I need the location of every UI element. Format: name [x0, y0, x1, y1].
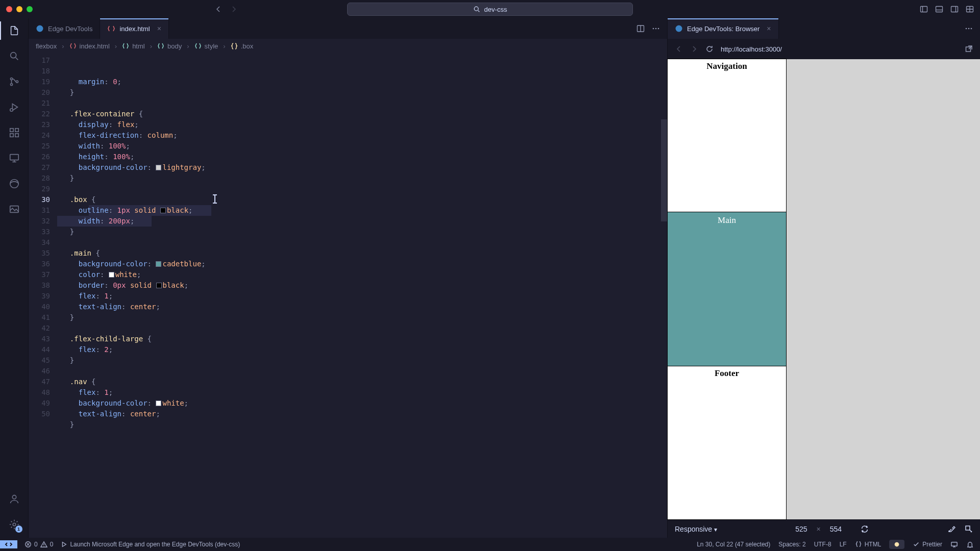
svg-rect-12	[15, 134, 18, 137]
activity-debug-icon[interactable]	[7, 100, 21, 114]
cursor-position[interactable]: Ln 30, Col 22 (47 selected)	[697, 541, 770, 548]
tab-label: Edge DevTools	[48, 25, 92, 33]
minimap-thumb[interactable]	[661, 119, 667, 221]
viewport-width[interactable]: 525	[795, 525, 807, 533]
preview-nav-box: Navigation	[668, 59, 786, 212]
tab-edge-devtools[interactable]: Edge DevTools	[29, 18, 100, 39]
tab-close-icon[interactable]: ×	[767, 24, 771, 33]
window-maximize-button[interactable]	[27, 6, 33, 12]
svg-point-6	[10, 78, 12, 80]
svg-rect-13	[15, 129, 18, 132]
svg-point-31	[895, 542, 899, 547]
svg-rect-11	[10, 134, 13, 137]
indentation-status[interactable]: Spaces: 2	[778, 541, 805, 548]
svg-rect-29	[966, 526, 970, 530]
command-center-search[interactable]: dev-css	[347, 3, 633, 16]
activity-search-icon[interactable]	[7, 49, 21, 63]
element-icon	[157, 42, 164, 49]
split-editor-icon[interactable]	[636, 24, 645, 33]
html-file-icon	[107, 24, 115, 33]
layout-panel-right-icon[interactable]	[950, 5, 959, 13]
layout-panel-bottom-icon[interactable]	[935, 5, 943, 13]
line-number-gutter: 1718192021222324252627282930313233343536…	[29, 53, 59, 538]
activity-edge-icon[interactable]	[7, 177, 21, 191]
code-editor[interactable]: 1718192021222324252627282930313233343536…	[29, 53, 667, 538]
go-live-icon[interactable]	[889, 540, 904, 549]
svg-rect-10	[10, 129, 13, 132]
launch-task[interactable]: Launch Microsoft Edge and open the Edge …	[60, 541, 240, 548]
svg-point-17	[12, 495, 16, 499]
open-external-icon[interactable]	[965, 45, 973, 53]
window-minimize-button[interactable]	[16, 6, 22, 12]
problems-indicator[interactable]: 0 0	[24, 541, 53, 548]
inspect-icon[interactable]	[965, 525, 973, 533]
breadcrumb[interactable]: flexbox › index.html › html › body › sty…	[29, 39, 667, 53]
svg-point-0	[474, 7, 478, 11]
svg-rect-2	[936, 7, 943, 12]
preview-main-box: Main	[668, 212, 786, 366]
activity-account-icon[interactable]	[7, 492, 21, 506]
edge-icon	[675, 24, 683, 33]
eyedropper-icon[interactable]	[947, 525, 955, 533]
activity-settings-icon[interactable]: 1	[7, 517, 21, 532]
svg-point-7	[10, 83, 12, 85]
window-controls	[0, 6, 33, 12]
activity-extensions-icon[interactable]	[7, 126, 21, 140]
svg-point-21	[653, 28, 654, 30]
prettier-status[interactable]: Prettier	[913, 541, 942, 548]
code-content[interactable]: margin: 0; } .flex-container { display: …	[59, 53, 667, 538]
svg-point-9	[10, 109, 13, 112]
svg-point-27	[971, 28, 972, 30]
more-actions-icon[interactable]	[965, 24, 973, 33]
browser-reload-icon[interactable]	[705, 45, 714, 53]
devtools-toolbar: http://localhost:3000/	[668, 39, 980, 59]
language-mode[interactable]: HTML	[855, 541, 881, 548]
element-icon	[122, 42, 129, 49]
debug-icon	[60, 541, 67, 548]
layout-panel-left-icon[interactable]	[920, 5, 928, 13]
status-bar: 0 0 Launch Microsoft Edge and open the E…	[0, 538, 980, 551]
check-icon	[913, 541, 920, 548]
tab-label: index.html	[119, 25, 150, 33]
browser-back-icon[interactable]	[675, 45, 683, 53]
layout-grid-icon[interactable]	[966, 5, 974, 13]
notifications-icon[interactable]	[966, 541, 974, 548]
error-icon	[24, 541, 32, 548]
devtools-status-bar: Responsive▾ 525 × 554	[668, 519, 980, 538]
nav-back-icon[interactable]	[214, 5, 223, 13]
browser-preview[interactable]: Navigation Main Footer	[668, 59, 980, 519]
activity-image-icon[interactable]	[7, 202, 21, 216]
feedback-icon[interactable]	[950, 541, 958, 548]
eol-status[interactable]: LF	[840, 541, 847, 548]
activity-explorer-icon[interactable]	[7, 23, 21, 38]
window-close-button[interactable]	[6, 6, 12, 12]
rotate-icon[interactable]	[860, 524, 869, 534]
history-nav	[214, 5, 238, 13]
svg-point-22	[655, 28, 657, 30]
svg-point-15	[10, 180, 18, 188]
responsive-mode-select[interactable]: Responsive▾	[675, 525, 717, 533]
breadcrumb-item: style	[194, 42, 218, 50]
tab-label: Edge DevTools: Browser	[687, 25, 760, 33]
tab-devtools-browser[interactable]: Edge DevTools: Browser ×	[668, 18, 779, 39]
tab-close-icon[interactable]: ×	[157, 24, 161, 33]
activity-remote-icon[interactable]	[7, 151, 21, 165]
title-bar: dev-css	[0, 0, 980, 18]
svg-rect-1	[921, 7, 927, 12]
svg-point-23	[658, 28, 659, 30]
more-actions-icon[interactable]	[652, 24, 660, 33]
svg-point-19	[37, 26, 43, 32]
browser-forward-icon[interactable]	[690, 45, 698, 53]
svg-point-24	[676, 26, 682, 32]
remote-indicator[interactable]	[0, 540, 17, 548]
encoding-status[interactable]: UTF-8	[814, 541, 831, 548]
viewport-height[interactable]: 554	[830, 525, 842, 533]
nav-forward-icon[interactable]	[230, 5, 238, 13]
activity-scm-icon[interactable]	[7, 74, 21, 89]
tab-index-html[interactable]: index.html ×	[100, 18, 168, 39]
breadcrumb-item: body	[157, 42, 182, 50]
html-file-icon	[69, 42, 77, 49]
command-center-label: dev-css	[484, 6, 507, 13]
browser-url[interactable]: http://localhost:3000/	[721, 45, 782, 53]
svg-point-8	[16, 81, 18, 83]
